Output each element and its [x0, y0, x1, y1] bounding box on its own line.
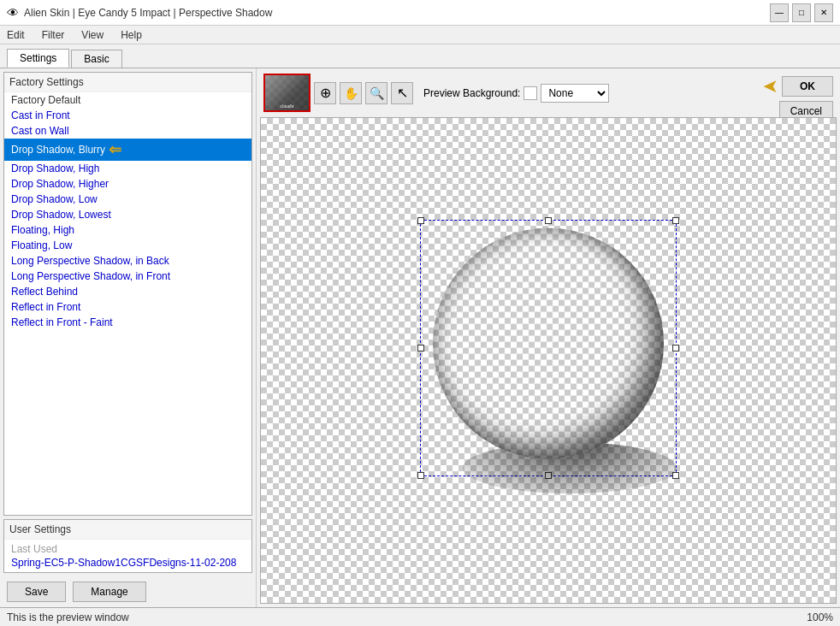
right-panel: ➤ OK Cancel claudia ⊕ ✋ 🔍 ↖	[257, 68, 840, 607]
main-container: Settings Basic Factory Settings Factory …	[0, 44, 840, 626]
list-item-drop-shadow-blurry[interactable]: Drop Shadow, Blurry ⇐	[4, 139, 251, 161]
ok-button[interactable]: OK	[782, 76, 833, 97]
menu-view[interactable]: View	[78, 27, 107, 43]
handle-bottom-left[interactable]	[417, 472, 424, 479]
handle-top-left[interactable]	[417, 217, 424, 224]
menu-filter[interactable]: Filter	[38, 27, 68, 43]
list-item-cast-on-wall[interactable]: Cast on Wall	[4, 123, 251, 139]
app-icon: 👁	[7, 6, 19, 20]
menu-help[interactable]: Help	[117, 27, 145, 43]
list-item-drop-shadow-lowest[interactable]: Drop Shadow, Lowest	[4, 207, 251, 222]
save-button[interactable]: Save	[7, 582, 66, 602]
status-bar: This is the preview window 100%	[0, 607, 840, 626]
arrow-tool-button[interactable]: ↖	[391, 82, 413, 104]
thumbnail-preview: claudia	[263, 74, 311, 112]
maximize-button[interactable]: □	[792, 3, 811, 22]
handle-top-middle[interactable]	[545, 217, 552, 224]
list-item-floating-low[interactable]: Floating, Low	[4, 238, 251, 253]
list-item-reflect-behind[interactable]: Reflect Behind	[4, 284, 251, 299]
list-item-reflect-in-front[interactable]: Reflect in Front	[4, 299, 251, 315]
select-tool-button[interactable]: ⊕	[314, 82, 336, 104]
ok-arrow-icon: ➤	[763, 75, 778, 97]
handle-top-right[interactable]	[672, 217, 679, 224]
preview-area	[260, 117, 837, 604]
left-panel: Factory Settings Factory Default Cast in…	[0, 68, 257, 607]
last-used-item[interactable]: Spring-EC5-P-Shadow1CGSFDesigns-11-02-20…	[11, 557, 245, 569]
minimize-button[interactable]: —	[770, 3, 789, 22]
list-item-drop-shadow-low[interactable]: Drop Shadow, Low	[4, 192, 251, 207]
list-item-drop-shadow-high[interactable]: Drop Shadow, High	[4, 161, 251, 176]
list-item-drop-shadow-higher[interactable]: Drop Shadow, Higher	[4, 176, 251, 192]
window-title: Alien Skin | Eye Candy 5 Impact | Perspe…	[24, 7, 272, 19]
tab-bar: Settings Basic	[0, 44, 840, 68]
title-bar: 👁 Alien Skin | Eye Candy 5 Impact | Pers…	[0, 0, 840, 26]
tab-settings[interactable]: Settings	[7, 49, 69, 68]
manage-button[interactable]: Manage	[73, 582, 145, 602]
circle-container	[420, 220, 677, 476]
ok-cancel-area: ➤ OK Cancel	[763, 75, 833, 121]
user-settings-section: User Settings Last Used Spring-EC5-P-Sha…	[3, 519, 252, 573]
zoom-level: 100%	[807, 611, 833, 623]
tab-basic[interactable]: Basic	[71, 50, 121, 68]
toolbar: claudia ⊕ ✋ 🔍 ↖ Preview Background: None…	[260, 72, 734, 114]
list-item-long-perspective-front[interactable]: Long Perspective Shadow, in Front	[4, 269, 251, 284]
preview-bg-select[interactable]: None White Black Custom	[541, 84, 609, 103]
handle-middle-right[interactable]	[672, 345, 679, 351]
zoom-tool-button[interactable]: 🔍	[365, 82, 387, 104]
menu-bar: Edit Filter View Help	[0, 26, 840, 44]
user-settings-header: User Settings	[4, 520, 251, 540]
handle-middle-left[interactable]	[417, 345, 424, 351]
list-item-long-perspective-back[interactable]: Long Perspective Shadow, in Back	[4, 253, 251, 269]
list-item-cast-in-front[interactable]: Cast in Front	[4, 108, 251, 123]
list-item-reflect-in-front-faint[interactable]: Reflect in Front - Faint	[4, 315, 251, 330]
list-item-floating-high[interactable]: Floating, High	[4, 222, 251, 238]
circle-overlay	[433, 227, 664, 458]
settings-list[interactable]: Factory Default Cast in Front Cast on Wa…	[4, 92, 251, 515]
close-button[interactable]: ✕	[814, 3, 833, 22]
menu-edit[interactable]: Edit	[3, 27, 28, 43]
preview-bg-label: Preview Background:	[423, 87, 520, 99]
bottom-buttons: Save Manage	[0, 576, 256, 607]
hand-tool-button[interactable]: ✋	[340, 82, 362, 104]
settings-list-container: Factory Settings Factory Default Cast in…	[3, 72, 252, 516]
list-item-factory-default[interactable]: Factory Default	[4, 92, 251, 108]
content-area: Factory Settings Factory Default Cast in…	[0, 68, 840, 607]
last-used-label: Last Used	[11, 543, 245, 555]
factory-settings-header: Factory Settings	[4, 73, 251, 92]
arrow-pointer-icon: ⇐	[109, 140, 121, 159]
preview-bg-color-swatch	[524, 86, 537, 100]
status-text: This is the preview window	[7, 611, 129, 623]
